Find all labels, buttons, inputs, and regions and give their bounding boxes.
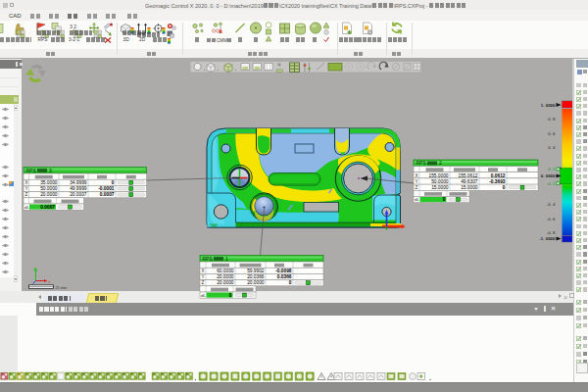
svg-text:0: 0 [443, 197, 446, 202]
svg-text:RPS: RPS [416, 160, 427, 166]
svg-text:Y: Y [25, 186, 28, 191]
svg-text:Y: Y [416, 179, 418, 184]
svg-text:20.0000: 20.0000 [40, 192, 58, 197]
svg-text:20.0366: 20.0366 [247, 274, 265, 279]
svg-text:RPS: RPS [203, 256, 214, 262]
svg-text:0: 0 [289, 280, 292, 285]
svg-text:0.0007: 0.0007 [100, 192, 115, 197]
svg-text:X: X [25, 180, 28, 185]
svg-text:Z: Z [202, 280, 205, 285]
svg-text:155.0000: 155.0000 [428, 173, 448, 178]
svg-text:20.0007: 20.0007 [70, 192, 87, 197]
svg-text:0: 0 [503, 185, 506, 190]
svg-text:50.0000: 50.0000 [431, 179, 449, 184]
svg-text:34.9999: 34.9999 [70, 180, 87, 185]
svg-text:1: 1 [225, 256, 228, 262]
svg-text:-0.0001: -0.0001 [98, 186, 115, 191]
svg-text:60.0000: 60.0000 [217, 269, 234, 273]
svg-text:49.9999: 49.9999 [70, 186, 87, 191]
svg-text:20.0000: 20.0000 [217, 274, 234, 279]
svg-text:3: 3 [49, 168, 52, 173]
svg-text:15.0000: 15.0000 [461, 185, 478, 190]
svg-text:dL: dL [24, 205, 29, 210]
svg-text:dL: dL [201, 293, 206, 298]
svg-text:X: X [202, 269, 205, 273]
svg-text:Z: Z [25, 192, 28, 197]
svg-text:X: X [416, 173, 418, 178]
svg-text:50.0000: 50.0000 [40, 186, 58, 191]
svg-text:49.6307: 49.6307 [461, 179, 478, 184]
svg-text:0: 0 [112, 180, 115, 185]
svg-text:20.0000: 20.0000 [247, 280, 265, 285]
svg-text:Y: Y [202, 274, 205, 279]
svg-text:155.0612: 155.0612 [458, 173, 477, 178]
svg-text:RPS: RPS [26, 168, 37, 173]
svg-text:dL: dL [415, 197, 419, 202]
svg-text:59.9902: 59.9902 [247, 269, 265, 273]
svg-text:15.0000: 15.0000 [431, 185, 449, 190]
svg-text:0: 0 [229, 293, 232, 298]
svg-text:0.0366: 0.0366 [277, 274, 292, 279]
svg-text:Z: Z [416, 185, 418, 190]
svg-text:-0.0098: -0.0098 [275, 269, 292, 273]
svg-text:0.0007: 0.0007 [40, 205, 55, 210]
svg-text:-0.3693: -0.3693 [489, 179, 506, 184]
svg-text:20.0000: 20.0000 [217, 280, 234, 285]
svg-text:2: 2 [439, 160, 442, 166]
svg-text:35.0000: 35.0000 [40, 180, 58, 185]
svg-text:0.0612: 0.0612 [491, 173, 506, 178]
